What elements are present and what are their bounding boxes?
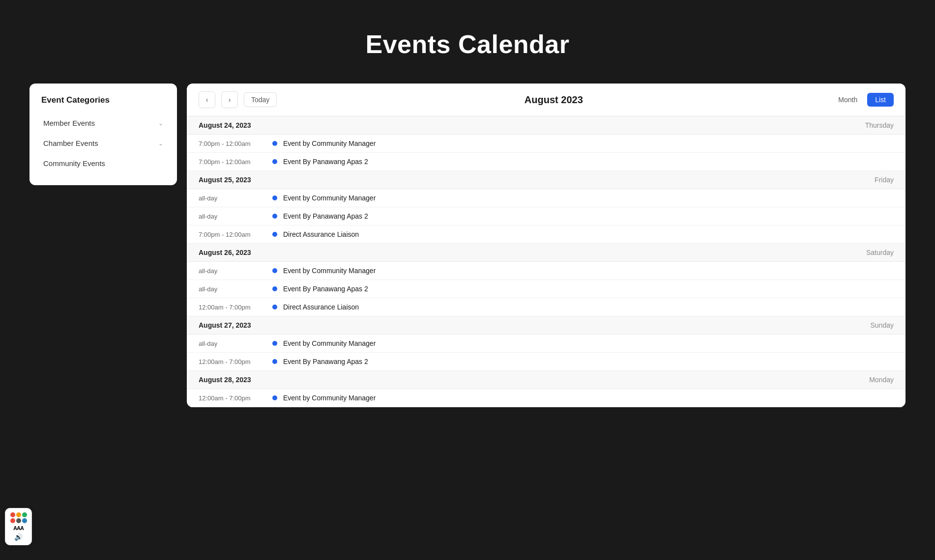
prev-button[interactable]: ‹ <box>199 91 215 108</box>
page-title: Events Calendar <box>10 29 925 59</box>
event-name: Event by Community Manager <box>283 194 376 202</box>
event-name: Event by Community Manager <box>283 267 376 275</box>
date-header: August 26, 2023 Saturday <box>187 244 906 262</box>
event-dot <box>272 232 277 237</box>
color-dots <box>10 512 27 523</box>
event-time: all-day <box>199 285 272 293</box>
event-dot <box>272 359 277 364</box>
event-row[interactable]: 7:00pm - 12:00am Direct Assurance Liaiso… <box>187 225 906 244</box>
event-row[interactable]: 12:00am - 7:00pm Event By Panawang Apas … <box>187 353 906 371</box>
accessibility-dot <box>16 512 21 517</box>
event-time: 7:00pm - 12:00am <box>199 231 272 238</box>
day-name: Sunday <box>871 321 894 329</box>
event-time: all-day <box>199 340 272 347</box>
date-header: August 28, 2023 Monday <box>187 371 906 389</box>
calendar-month-title: August 2023 <box>283 94 824 106</box>
event-name: Event by Community Manager <box>283 140 376 147</box>
next-button[interactable]: › <box>221 91 238 108</box>
day-name: Thursday <box>865 121 894 129</box>
accessibility-dot <box>16 518 21 523</box>
event-time: all-day <box>199 267 272 275</box>
sidebar-item-chamber-events[interactable]: Chamber Events ⌄ <box>41 133 165 153</box>
event-dot <box>272 305 277 309</box>
chevron-down-icon: ⌄ <box>158 120 163 127</box>
accessibility-dot <box>10 512 15 517</box>
event-time: 12:00am - 7:00pm <box>199 394 272 402</box>
event-row[interactable]: all-day Event By Panawang Apas 2 <box>187 207 906 225</box>
day-name: Friday <box>875 176 894 184</box>
event-row[interactable]: 12:00am - 7:00pm Direct Assurance Liaiso… <box>187 298 906 316</box>
event-row[interactable]: all-day Event By Panawang Apas 2 <box>187 280 906 298</box>
view-toggle: Month List <box>830 93 894 107</box>
event-time: 12:00am - 7:00pm <box>199 358 272 365</box>
category-label: Community Events <box>43 159 105 168</box>
event-row[interactable]: all-day Event by Community Manager <box>187 335 906 353</box>
date-label: August 26, 2023 <box>199 249 251 256</box>
event-dot <box>272 395 277 400</box>
date-label: August 25, 2023 <box>199 176 251 184</box>
accessibility-dot <box>10 518 15 523</box>
event-dot <box>272 286 277 291</box>
category-label: Chamber Events <box>43 139 98 147</box>
sidebar-title: Event Categories <box>41 95 165 105</box>
event-list: August 24, 2023 Thursday 7:00pm - 12:00a… <box>187 116 906 407</box>
speaker-icon[interactable]: 🔊 <box>14 533 23 541</box>
category-label: Member Events <box>43 119 95 127</box>
event-row[interactable]: all-day Event by Community Manager <box>187 262 906 280</box>
event-name: Event By Panawang Apas 2 <box>283 285 368 293</box>
event-name: Event by Community Manager <box>283 394 376 402</box>
event-row[interactable]: 7:00pm - 12:00am Event by Community Mana… <box>187 135 906 153</box>
event-row[interactable]: 12:00am - 7:00pm Event by Community Mana… <box>187 389 906 407</box>
month-view-button[interactable]: Month <box>830 93 865 107</box>
categories-list: Member Events ⌄ Chamber Events ⌄ Communi… <box>41 113 165 173</box>
date-header: August 27, 2023 Sunday <box>187 316 906 335</box>
calendar-header: ‹ › Today August 2023 Month List <box>187 84 906 116</box>
day-name: Monday <box>869 376 894 384</box>
event-time: 7:00pm - 12:00am <box>199 140 272 147</box>
event-dot <box>272 159 277 164</box>
event-name: Event By Panawang Apas 2 <box>283 358 368 365</box>
accessibility-dot <box>22 518 27 523</box>
event-row[interactable]: all-day Event by Community Manager <box>187 189 906 207</box>
event-time: all-day <box>199 213 272 220</box>
event-time: 12:00am - 7:00pm <box>199 304 272 311</box>
sidebar-item-member-events[interactable]: Member Events ⌄ <box>41 113 165 133</box>
header: Events Calendar <box>0 0 935 84</box>
event-dot <box>272 196 277 200</box>
sidebar-item-community-events[interactable]: Community Events <box>41 153 165 173</box>
event-dot <box>272 341 277 346</box>
day-name: Saturday <box>866 249 894 256</box>
event-name: Direct Assurance Liaison <box>283 303 359 311</box>
date-header: August 25, 2023 Friday <box>187 171 906 189</box>
event-name: Event By Panawang Apas 2 <box>283 212 368 220</box>
chevron-down-icon: ⌄ <box>158 140 163 147</box>
main-content: Event Categories Member Events ⌄ Chamber… <box>0 84 935 427</box>
event-dot <box>272 268 277 273</box>
event-name: Direct Assurance Liaison <box>283 230 359 238</box>
event-name: Event By Panawang Apas 2 <box>283 158 368 166</box>
list-view-button[interactable]: List <box>867 93 894 107</box>
event-name: Event by Community Manager <box>283 339 376 347</box>
event-dot <box>272 141 277 146</box>
event-time: all-day <box>199 195 272 202</box>
event-time: 7:00pm - 12:00am <box>199 158 272 166</box>
date-header: August 24, 2023 Thursday <box>187 116 906 135</box>
date-label: August 24, 2023 <box>199 121 251 129</box>
today-button[interactable]: Today <box>244 92 277 107</box>
event-dot <box>272 214 277 219</box>
event-row[interactable]: 7:00pm - 12:00am Event By Panawang Apas … <box>187 153 906 171</box>
accessibility-widget[interactable]: AAA 🔊 <box>5 508 32 545</box>
accessibility-dot <box>22 512 27 517</box>
sidebar: Event Categories Member Events ⌄ Chamber… <box>29 84 177 185</box>
text-size-label[interactable]: AAA <box>13 525 24 531</box>
calendar-panel: ‹ › Today August 2023 Month List August … <box>187 84 906 407</box>
date-label: August 28, 2023 <box>199 376 251 384</box>
date-label: August 27, 2023 <box>199 321 251 329</box>
